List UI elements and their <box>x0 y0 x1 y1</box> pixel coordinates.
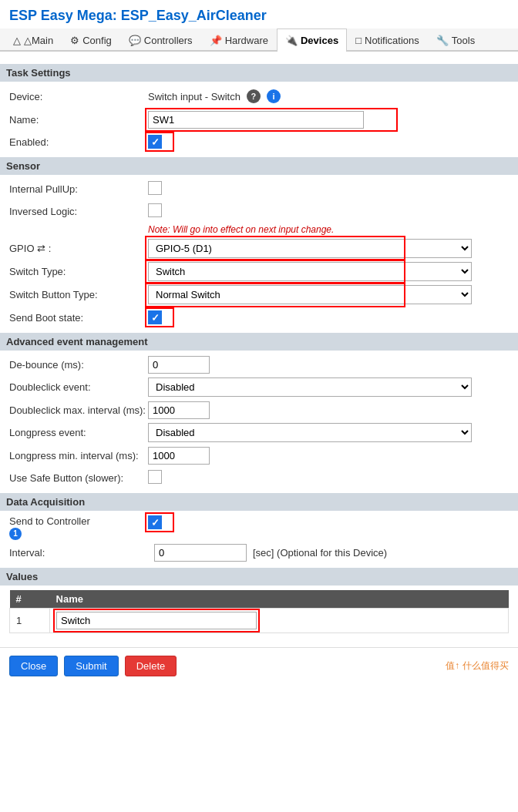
nav-devices-label: Devices <box>301 35 338 46</box>
device-type-row: Switch input - Switch ? i <box>148 89 509 103</box>
row-name-cell <box>50 608 509 632</box>
switch-button-type-row: Switch Button Type: Normal Switch <box>9 285 509 304</box>
switch-name-input[interactable] <box>56 612 257 629</box>
longpress-min-container <box>148 447 509 465</box>
nav-config-label: Config <box>82 35 112 46</box>
nav-tools[interactable]: 🔧 Tools <box>428 29 483 52</box>
send-boot-checkbox[interactable] <box>148 310 162 324</box>
doubleclick-max-input[interactable] <box>148 401 210 419</box>
devices-icon: 🔌 <box>285 35 298 46</box>
send-controller-container <box>148 515 171 529</box>
data-acquisition-header: Data Acquisition <box>0 493 518 511</box>
switch-type-select[interactable]: Switch <box>148 262 472 281</box>
nav-config[interactable]: ⚙ Config <box>62 29 120 52</box>
pullup-checkbox[interactable] <box>148 181 162 195</box>
interval-label: Interval: <box>9 547 148 559</box>
watermark: 值↑ 什么值得买 <box>446 659 509 673</box>
enabled-label: Enabled: <box>9 136 148 148</box>
inversed-row: Inversed Logic: <box>9 202 509 220</box>
gpio-row: GPIO ⇄ : GPIO-5 (D1) <box>9 239 509 258</box>
tools-icon: 🔧 <box>436 35 449 46</box>
nav-notifications[interactable]: □ Notifications <box>347 29 428 52</box>
enabled-checkbox[interactable] <box>148 135 162 149</box>
doubleclick-max-label: Doubleclick max. interval (ms): <box>9 404 148 416</box>
bottom-bar: Close Submit Delete 值↑ 什么值得买 <box>0 647 518 684</box>
safe-button-checkbox[interactable] <box>148 470 162 484</box>
col-header-name: Name <box>50 590 509 609</box>
interval-row: Interval: [sec] (Optional for this Devic… <box>9 544 509 562</box>
safe-button-row: Use Safe Button (slower): <box>9 468 509 487</box>
values-table: # Name 1 <box>9 590 509 633</box>
doubleclick-row: Doubleclick event: Disabled <box>9 377 509 397</box>
controllers-icon: 💬 <box>129 35 141 46</box>
debounce-input[interactable] <box>148 356 210 374</box>
switch-type-container: Switch <box>148 262 402 281</box>
doubleclick-max-row: Doubleclick max. interval (ms): <box>9 401 509 419</box>
row-num: 1 <box>10 608 50 632</box>
gpio-container: GPIO-5 (D1) <box>148 239 402 258</box>
enabled-row: Enabled: <box>9 133 509 151</box>
switch-name-container <box>56 612 257 629</box>
send-controller-checkbox[interactable] <box>148 515 162 529</box>
nav-bar: △ △Main ⚙ Config 💬 Controllers 📌 Hardwar… <box>0 29 518 52</box>
interval-input[interactable] <box>154 544 247 562</box>
longpress-min-row: Longpress min. interval (ms): <box>9 446 509 465</box>
longpress-min-input[interactable] <box>148 447 210 465</box>
gpio-label: GPIO ⇄ : <box>9 243 148 254</box>
longpress-min-label: Longpress min. interval (ms): <box>9 450 148 461</box>
close-button[interactable]: Close <box>9 656 58 676</box>
nav-main[interactable]: △ △Main <box>5 29 62 52</box>
controller-num: 1 <box>9 528 22 540</box>
switch-button-type-label: Switch Button Type: <box>9 289 148 300</box>
gpio-select[interactable]: GPIO-5 (D1) <box>148 239 472 258</box>
nav-hardware[interactable]: 📌 Hardware <box>201 29 277 52</box>
switch-button-type-container: Normal Switch <box>148 285 402 304</box>
longpress-select[interactable]: Disabled <box>148 423 472 442</box>
name-label: Name: <box>9 114 148 126</box>
nav-notifications-label: Notifications <box>365 35 419 46</box>
device-row: Device: Switch input - Switch ? i <box>9 86 509 106</box>
page-title: ESP Easy Mega: ESP_Easy_AirCleaner <box>0 0 518 29</box>
doubleclick-select[interactable]: Disabled <box>148 377 472 397</box>
debounce-container <box>148 356 509 374</box>
send-boot-container <box>148 310 171 324</box>
main-icon: △ <box>13 35 21 46</box>
nav-main-label: △Main <box>24 35 53 46</box>
device-label: Device: <box>9 91 148 102</box>
info-button[interactable]: i <box>267 89 281 103</box>
switch-button-type-select[interactable]: Normal Switch <box>148 285 472 304</box>
safe-button-label: Use Safe Button (slower): <box>9 472 148 484</box>
doubleclick-label: Doubleclick event: <box>9 381 148 393</box>
send-boot-row: Send Boot state: <box>9 308 509 327</box>
pullup-container <box>148 181 509 197</box>
send-boot-label: Send Boot state: <box>9 312 148 324</box>
table-row: 1 <box>10 608 509 632</box>
sensor-header: Sensor <box>0 157 518 175</box>
advanced-header: Advanced event management <box>0 333 518 351</box>
submit-button[interactable]: Submit <box>64 656 118 676</box>
nav-devices[interactable]: 🔌 Devices <box>277 29 347 52</box>
doubleclick-container: Disabled <box>148 377 509 397</box>
inversed-label: Inversed Logic: <box>9 206 148 217</box>
help-button[interactable]: ? <box>247 89 261 103</box>
name-field-container <box>148 111 395 129</box>
switch-type-label: Switch Type: <box>9 266 148 277</box>
delete-button[interactable]: Delete <box>125 656 177 676</box>
debounce-row: De-bounce (ms): <box>9 355 509 374</box>
inversed-checkbox[interactable] <box>148 203 162 217</box>
name-input[interactable] <box>148 111 364 129</box>
nav-controllers[interactable]: 💬 Controllers <box>120 29 201 52</box>
device-type-text: Switch input - Switch <box>148 91 240 102</box>
send-controller-row: Send to Controller 1 <box>9 515 509 540</box>
switch-type-row: Switch Type: Switch <box>9 262 509 281</box>
send-controller-label: Send to Controller 1 <box>9 515 148 540</box>
note-text: Note: Will go into effect on next input … <box>148 224 509 235</box>
button-group: Close Submit Delete <box>9 656 177 676</box>
col-header-num: # <box>10 590 50 609</box>
watermark-text: 什么值得买 <box>462 659 509 673</box>
device-value-container: Switch input - Switch ? i <box>148 86 509 106</box>
nav-hardware-label: Hardware <box>225 35 268 46</box>
nav-tools-label: Tools <box>452 35 475 46</box>
interval-note: [sec] (Optional for this Device) <box>253 547 387 559</box>
nav-controllers-label: Controllers <box>144 35 193 46</box>
